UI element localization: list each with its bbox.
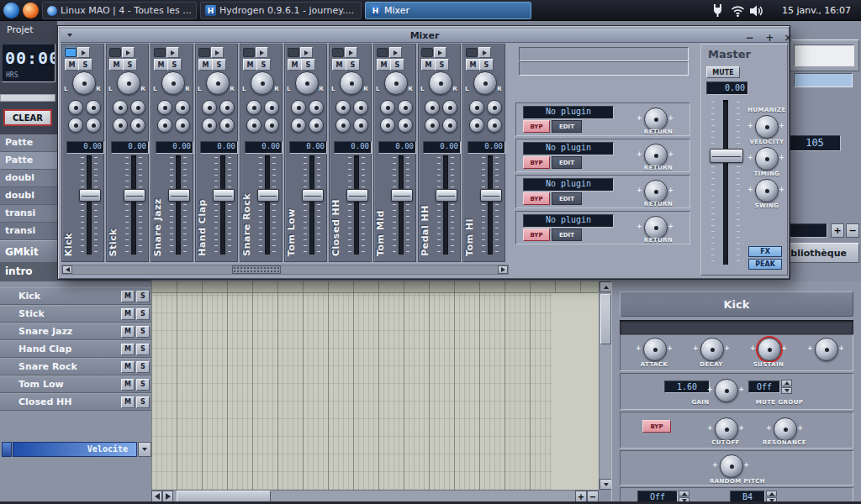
- pan-knob[interactable]: [429, 71, 452, 95]
- fx4-send-knob[interactable]: [442, 118, 457, 133]
- attack-knob[interactable]: [643, 338, 665, 360]
- mixer-titlebar[interactable]: Mixer: [61, 29, 789, 43]
- scroll-right-button[interactable]: [162, 491, 173, 502]
- pan-knob[interactable]: [340, 71, 363, 95]
- random-pitch-knob[interactable]: [720, 454, 742, 476]
- spin-minus-button[interactable]: −: [846, 223, 859, 238]
- fx-bypass-button[interactable]: BYP: [523, 192, 550, 205]
- wifi-icon[interactable]: [731, 4, 745, 21]
- fx1-send-knob[interactable]: [202, 100, 217, 115]
- strip-mute-button[interactable]: M: [65, 59, 79, 71]
- fader-handle[interactable]: [79, 189, 101, 202]
- play-sample-button[interactable]: [122, 47, 135, 58]
- show-fx-button[interactable]: FX: [748, 246, 782, 257]
- fx-return-knob[interactable]: [644, 180, 666, 202]
- fx1-send-knob[interactable]: [469, 100, 484, 115]
- fx-bypass-button[interactable]: BYP: [523, 156, 550, 169]
- fx4-send-knob[interactable]: [175, 118, 190, 133]
- instrument-solo-button[interactable]: S: [136, 308, 150, 320]
- strip-solo-button[interactable]: S: [301, 59, 315, 71]
- spinner-up[interactable]: [766, 491, 777, 496]
- pan-knob[interactable]: [206, 71, 230, 95]
- instrument-mute-button[interactable]: M: [121, 291, 135, 302]
- volume-fader[interactable]: [214, 155, 231, 255]
- pan-knob[interactable]: [161, 71, 185, 95]
- instrument-row[interactable]: Snare Rock M S: [0, 358, 151, 375]
- strip-mute-button[interactable]: M: [288, 59, 302, 71]
- fx1-send-knob[interactable]: [68, 100, 83, 115]
- sustain-knob[interactable]: [758, 338, 779, 360]
- fx-return-knob[interactable]: [644, 108, 666, 129]
- strip-solo-button[interactable]: S: [256, 59, 271, 71]
- instrument-row[interactable]: Tom Low M S: [0, 375, 151, 393]
- fader-handle[interactable]: [213, 189, 235, 202]
- fx3-send-knob[interactable]: [425, 118, 440, 133]
- fx1-send-knob[interactable]: [291, 100, 306, 115]
- pan-knob[interactable]: [384, 71, 408, 95]
- fx2-send-knob[interactable]: [398, 100, 413, 115]
- spin-plus-button[interactable]: +: [831, 223, 844, 238]
- scroll-down-button[interactable]: [600, 479, 612, 490]
- fx1-send-knob[interactable]: [246, 100, 261, 115]
- app-icon-2[interactable]: [23, 3, 39, 18]
- fx2-send-knob[interactable]: [264, 100, 279, 115]
- strip-mute-button[interactable]: M: [154, 59, 168, 71]
- fx4-send-knob[interactable]: [398, 118, 413, 133]
- volume-fader[interactable]: [393, 155, 409, 255]
- volume-fader[interactable]: [482, 155, 499, 255]
- spinner-down[interactable]: [781, 387, 792, 394]
- volume-fader[interactable]: [304, 155, 320, 255]
- instrument-solo-button[interactable]: S: [136, 326, 150, 338]
- pan-knob[interactable]: [251, 71, 274, 95]
- fx-return-knob[interactable]: [644, 216, 666, 238]
- instrument-solo-button[interactable]: S: [136, 379, 150, 391]
- fx4-send-knob[interactable]: [353, 118, 368, 133]
- play-sample-button[interactable]: [166, 47, 179, 58]
- strip-mute-button[interactable]: M: [466, 59, 480, 71]
- fx3-send-knob[interactable]: [380, 118, 395, 133]
- cutoff-knob[interactable]: [715, 417, 737, 439]
- scroll-left-button[interactable]: [151, 491, 162, 502]
- fx3-send-knob[interactable]: [246, 118, 261, 133]
- zoom-in-button[interactable]: +: [575, 491, 587, 502]
- play-sample-button[interactable]: [300, 47, 313, 58]
- instrument-solo-button[interactable]: S: [136, 344, 150, 355]
- instrument-row[interactable]: Kick M S: [0, 287, 151, 305]
- volume-fader[interactable]: [81, 155, 98, 255]
- pattern-vscrollbar[interactable]: [599, 281, 611, 490]
- fx1-send-knob[interactable]: [113, 100, 128, 115]
- task-button-browser[interactable]: Linux MAO | 4 - Toutes les ...: [42, 2, 197, 19]
- instrument-solo-button[interactable]: S: [136, 396, 150, 408]
- show-peaks-button[interactable]: PEAK: [748, 259, 782, 270]
- instrument-mute-button[interactable]: M: [121, 361, 135, 373]
- pan-knob[interactable]: [72, 71, 96, 95]
- fx1-send-knob[interactable]: [380, 100, 395, 115]
- fx2-send-knob[interactable]: [130, 100, 145, 115]
- fader-handle[interactable]: [480, 189, 502, 202]
- spinner-up[interactable]: [679, 491, 689, 496]
- fader-handle[interactable]: [710, 149, 743, 163]
- instrument-row[interactable]: Hand Clap M S: [0, 340, 151, 358]
- fx-bypass-button[interactable]: BYP: [523, 228, 550, 241]
- instrument-solo-button[interactable]: S: [136, 291, 150, 302]
- volume-fader[interactable]: [125, 155, 142, 255]
- play-sample-button[interactable]: [345, 47, 357, 58]
- fx4-send-knob[interactable]: [130, 118, 145, 133]
- vscroll-thumb[interactable]: [600, 294, 611, 344]
- spinner-up[interactable]: [781, 380, 792, 386]
- strip-solo-button[interactable]: S: [212, 59, 226, 71]
- fx1-send-knob[interactable]: [425, 100, 440, 115]
- volume-fader[interactable]: [348, 155, 365, 255]
- fx2-send-knob[interactable]: [353, 100, 368, 115]
- fx-edit-button[interactable]: EDIT: [552, 156, 582, 169]
- mixer-scroll-thumb[interactable]: [232, 265, 281, 274]
- fx2-send-knob[interactable]: [86, 100, 101, 115]
- play-sample-button[interactable]: [256, 47, 268, 58]
- strip-solo-button[interactable]: S: [390, 59, 404, 71]
- pan-knob[interactable]: [473, 71, 497, 95]
- strip-solo-button[interactable]: S: [346, 59, 360, 71]
- fader-handle[interactable]: [302, 189, 324, 202]
- swing-knob[interactable]: [755, 179, 777, 201]
- fx2-send-knob[interactable]: [442, 100, 457, 115]
- task-button-hydrogen[interactable]: Hydrogen 0.9.6.1 - journey....: [200, 2, 362, 19]
